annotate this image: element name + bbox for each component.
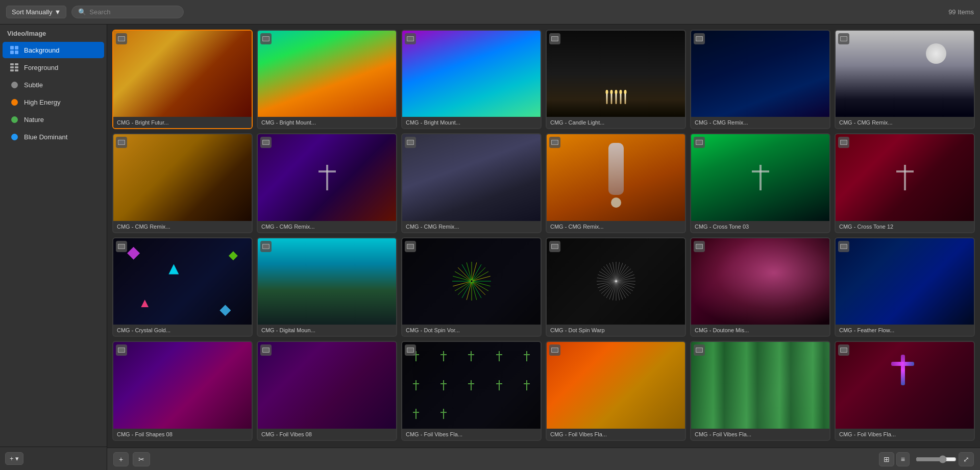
high-energy-icon xyxy=(10,97,19,107)
cut-icon: ✂ xyxy=(138,455,144,463)
add-item-button[interactable]: + xyxy=(113,452,129,466)
svg-rect-18 xyxy=(407,37,413,41)
thumb-item-12[interactable]: CMG - Cross Tone 12 xyxy=(835,133,975,233)
chevron-down-icon: ▼ xyxy=(54,8,61,16)
cut-button[interactable]: ✂ xyxy=(133,452,150,466)
thumb-type-icon-14 xyxy=(260,241,272,252)
thumb-image-10 xyxy=(547,134,685,220)
thumb-image-20 xyxy=(258,342,396,428)
thumb-label-7: CMG - CMG Remix... xyxy=(113,221,252,232)
sidebar-title: Video/Image xyxy=(0,24,107,41)
thumb-item-10[interactable]: CMG - CMG Remix... xyxy=(546,133,686,233)
svg-rect-12 xyxy=(118,37,125,41)
thumb-label-22: CMG - Foil Vibes Fla... xyxy=(547,429,685,440)
content-area: CMG - Bright Futur... CMG - Bright Mount… xyxy=(107,24,980,470)
svg-line-53 xyxy=(472,282,490,286)
thumb-item-13[interactable]: CMG - Crystal Gold... xyxy=(112,237,253,337)
svg-rect-117 xyxy=(552,244,558,249)
svg-line-59 xyxy=(467,282,471,300)
thumb-item-1[interactable]: CMG - Bright Futur... xyxy=(112,30,253,129)
thumb-image-1 xyxy=(113,31,252,117)
blue-dominant-label: Blue Dominant xyxy=(24,133,67,141)
thumb-item-6[interactable]: CMG - CMG Remix... xyxy=(835,30,975,129)
background-icon xyxy=(10,45,19,55)
svg-rect-126 xyxy=(118,348,125,352)
add-button[interactable]: + ▾ xyxy=(5,452,23,465)
sidebar-item-foreground[interactable]: Foreground xyxy=(3,59,104,76)
sidebar-item-high-energy[interactable]: High Energy xyxy=(3,94,104,110)
bottom-toolbar: + ✂ ⊞ ≡ ⤢ xyxy=(107,448,980,470)
svg-rect-24 xyxy=(696,37,702,41)
thumb-label-17: CMG - Doutone Mis... xyxy=(691,325,829,336)
thumb-label-14: CMG - Digital Moun... xyxy=(258,325,396,336)
thumb-item-7[interactable]: CMG - CMG Remix... xyxy=(112,133,253,233)
thumb-item-23[interactable]: CMG - Foil Vibes Fla... xyxy=(690,341,830,440)
svg-line-55 xyxy=(472,282,485,295)
view-toggle: ⊞ ≡ ⤢ xyxy=(879,452,974,466)
thumb-type-icon-10 xyxy=(549,137,560,148)
thumb-item-5[interactable]: CMG - CMG Remix... xyxy=(690,30,830,129)
item-count: 99 Items xyxy=(948,8,974,16)
svg-rect-45 xyxy=(841,140,847,144)
high-energy-label: High Energy xyxy=(24,98,61,106)
list-view-button[interactable]: ≡ xyxy=(896,452,910,466)
sidebar-item-background[interactable]: Background xyxy=(3,42,104,58)
sort-dropdown[interactable]: Sort Manually ▼ xyxy=(6,6,66,18)
thumb-item-8[interactable]: CMG - CMG Remix... xyxy=(257,133,397,233)
add-item-icon: + xyxy=(119,455,123,463)
svg-rect-6 xyxy=(10,66,14,68)
thumb-label-24: CMG - Foil Vibes Fla... xyxy=(836,429,974,440)
svg-line-57 xyxy=(472,282,476,300)
thumb-image-21 xyxy=(402,342,541,428)
add-label: + ▾ xyxy=(10,455,19,462)
thumb-type-icon-16 xyxy=(549,241,560,252)
thumb-label-20: CMG - Foil Vibes 08 xyxy=(258,429,396,440)
thumb-item-15[interactable]: CMG - Dot Spin Vor... xyxy=(401,237,542,337)
thumb-image-4 xyxy=(547,31,685,117)
thumb-item-19[interactable]: CMG - Foil Shapes 08 xyxy=(112,341,253,440)
thumb-item-24[interactable]: CMG - Foil Vibes Fla... xyxy=(835,341,975,440)
sidebar-item-nature[interactable]: Nature xyxy=(3,111,104,128)
svg-line-73 xyxy=(472,268,485,281)
svg-rect-15 xyxy=(263,37,269,41)
thumb-image-12 xyxy=(836,134,974,220)
thumb-item-21[interactable]: CMG - Foil Vibes Fla... xyxy=(401,341,542,440)
svg-rect-138 xyxy=(696,348,702,352)
thumb-item-17[interactable]: CMG - Doutone Mis... xyxy=(690,237,830,337)
thumb-item-18[interactable]: CMG - Feather Flow... xyxy=(835,237,975,337)
thumb-item-3[interactable]: CMG - Bright Mount... xyxy=(401,30,542,129)
svg-line-66 xyxy=(455,271,471,281)
thumb-label-21: CMG - Foil Vibes Fla... xyxy=(402,429,541,440)
thumb-item-16[interactable]: CMG - Dot Spin Warp xyxy=(546,237,686,337)
svg-rect-4 xyxy=(10,63,14,65)
thumb-image-19 xyxy=(113,342,252,428)
thumb-item-11[interactable]: CMG - Cross Tone 03 xyxy=(690,133,830,233)
thumb-label-4: CMG - Candle Light... xyxy=(547,117,685,128)
blue-dominant-icon xyxy=(10,132,19,141)
sidebar-item-blue-dominant[interactable]: Blue Dominant xyxy=(3,129,104,145)
thumb-item-14[interactable]: CMG - Digital Moun... xyxy=(257,237,397,337)
thumb-item-20[interactable]: CMG - Foil Vibes 08 xyxy=(257,341,397,440)
zoom-slider[interactable] xyxy=(916,455,957,463)
thumb-image-9 xyxy=(402,134,541,220)
sidebar-item-subtle[interactable]: Subtle xyxy=(3,77,104,93)
svg-rect-129 xyxy=(263,348,269,352)
thumb-item-4[interactable]: CMG - Candle Light... xyxy=(546,30,686,129)
svg-rect-27 xyxy=(841,37,847,41)
grid-view-button[interactable]: ⊞ xyxy=(879,452,894,466)
svg-rect-135 xyxy=(552,348,558,352)
search-input[interactable] xyxy=(89,8,177,16)
svg-rect-42 xyxy=(696,140,702,144)
thumb-item-9[interactable]: CMG - CMG Remix... xyxy=(401,133,542,233)
svg-line-74 xyxy=(472,271,488,281)
thumb-item-2[interactable]: CMG - Bright Mount... xyxy=(257,30,397,129)
thumbnail-grid: CMG - Bright Futur... CMG - Bright Mount… xyxy=(107,24,980,448)
expand-button[interactable]: ⤢ xyxy=(959,452,974,466)
search-box: 🔍 xyxy=(71,6,184,18)
thumb-image-2 xyxy=(258,31,396,117)
thumb-type-icon-24 xyxy=(838,344,849,356)
thumb-type-icon-7 xyxy=(116,137,127,148)
foreground-icon xyxy=(10,63,19,72)
thumb-type-icon-15 xyxy=(405,241,416,252)
thumb-item-22[interactable]: CMG - Foil Vibes Fla... xyxy=(546,341,686,440)
